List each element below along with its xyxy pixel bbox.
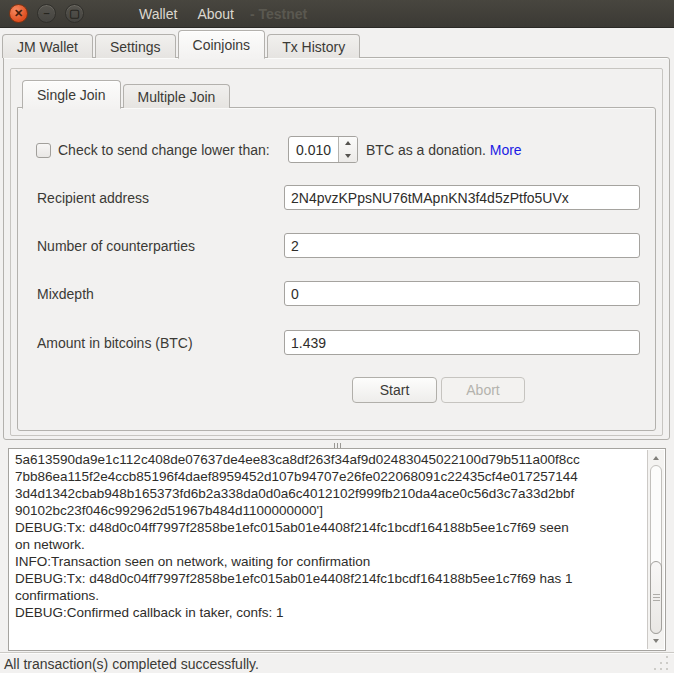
spin-up-icon[interactable] bbox=[339, 137, 357, 150]
abort-button[interactable]: Abort bbox=[441, 377, 525, 403]
tab-multiple-join[interactable]: Multiple Join bbox=[123, 84, 231, 108]
app-window: ✕ – ▢ Wallet About - Testnet JM Wallet S… bbox=[0, 0, 674, 673]
donation-checkbox[interactable] bbox=[36, 143, 51, 158]
counterparties-input[interactable] bbox=[284, 233, 640, 258]
counterparties-label: Number of counterparties bbox=[37, 238, 195, 254]
tab-tx-history[interactable]: Tx History bbox=[267, 34, 360, 58]
amount-btc-input[interactable] bbox=[284, 330, 640, 355]
recipient-address-label: Recipient address bbox=[37, 190, 149, 206]
join-tab-bar: Single Join Multiple Join bbox=[22, 81, 230, 108]
minimize-icon[interactable]: – bbox=[37, 4, 56, 23]
donation-amount-input[interactable] bbox=[289, 137, 338, 162]
donation-suffix: BTC as a donation. More bbox=[366, 142, 522, 158]
scroll-down-icon[interactable] bbox=[648, 634, 664, 648]
donation-checkbox-label: Check to send change lower than: bbox=[58, 142, 270, 158]
window-title: - Testnet bbox=[250, 6, 307, 22]
tab-settings[interactable]: Settings bbox=[95, 34, 176, 58]
spinner-buttons bbox=[338, 137, 357, 162]
title-bar: ✕ – ▢ Wallet About - Testnet bbox=[0, 0, 674, 28]
donation-amount-spinbox bbox=[288, 136, 358, 163]
resize-grip-icon[interactable] bbox=[654, 656, 668, 670]
menubar: Wallet About bbox=[129, 6, 244, 22]
donation-suffix-label: BTC as a donation. bbox=[366, 142, 486, 158]
start-button[interactable]: Start bbox=[352, 377, 437, 403]
tab-coinjoins[interactable]: Coinjoins bbox=[178, 30, 266, 59]
mixdepth-label: Mixdepth bbox=[37, 286, 94, 302]
log-textarea[interactable]: 5a613590da9e1c112c408de07637de4ee83ca8df… bbox=[8, 448, 666, 651]
amount-btc-label: Amount in bitcoins (BTC) bbox=[37, 335, 193, 351]
close-icon[interactable]: ✕ bbox=[9, 4, 28, 23]
tab-single-join[interactable]: Single Join bbox=[22, 80, 121, 109]
mixdepth-input[interactable] bbox=[284, 281, 640, 306]
recipient-address-input[interactable] bbox=[284, 185, 640, 210]
log-scrollbar[interactable] bbox=[647, 450, 664, 649]
log-output: 5a613590da9e1c112c408de07637de4ee83ca8df… bbox=[15, 451, 643, 648]
spin-down-icon[interactable] bbox=[339, 150, 357, 163]
scroll-up-icon[interactable] bbox=[648, 451, 664, 465]
menu-wallet[interactable]: Wallet bbox=[129, 6, 187, 22]
scrollbar-thumb[interactable] bbox=[650, 561, 662, 634]
donation-more-link[interactable]: More bbox=[490, 142, 522, 158]
tab-jm-wallet[interactable]: JM Wallet bbox=[2, 34, 93, 58]
main-tab-bar: JM Wallet Settings Coinjoins Tx History bbox=[2, 30, 360, 58]
maximize-icon[interactable]: ▢ bbox=[65, 4, 84, 23]
menu-about[interactable]: About bbox=[187, 6, 244, 22]
status-message: All transaction(s) completed successfull… bbox=[4, 656, 259, 672]
status-bar: All transaction(s) completed successfull… bbox=[0, 652, 674, 673]
